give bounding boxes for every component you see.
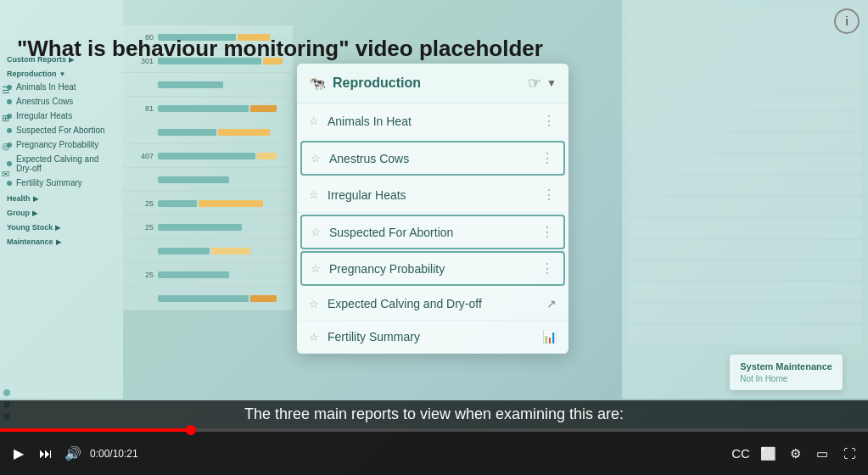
dropdown-item-animals-in-heat[interactable]: ☆ Animals In Heat ⋮ xyxy=(297,103,568,139)
system-maintenance-title: System Maintenance xyxy=(740,361,832,372)
system-maintenance-box: System Maintenance Not In Home xyxy=(730,355,843,390)
chart-icon: ↗ xyxy=(546,297,557,310)
bar-segment xyxy=(158,271,229,278)
sidebar-item-pregnancy-probability[interactable]: Pregnancy Probability xyxy=(0,137,123,152)
star-icon: ☆ xyxy=(311,262,321,275)
bar-segment xyxy=(158,200,197,207)
bar-container xyxy=(158,200,288,207)
bar-segment xyxy=(211,248,250,254)
arrow-icon: ▶ xyxy=(55,224,60,232)
video-controls[interactable]: ▶ ⏭ 🔊 0:00/10:21 CC ⬜ ⚙ ▭ ⛶ xyxy=(0,428,868,475)
table-row xyxy=(123,239,293,263)
arrow-icon: ▶ xyxy=(56,238,61,246)
skip-button[interactable]: ⏭ xyxy=(36,444,56,464)
more-options-icon[interactable]: ⋮ xyxy=(540,224,555,240)
left-nav-icons: ☰ ⊞ ◎ ✉ xyxy=(0,85,15,180)
sidebar-section-health[interactable]: Health ▶ xyxy=(0,190,123,204)
bar-container xyxy=(158,81,288,88)
bar-segment xyxy=(250,105,277,112)
bar-segment xyxy=(158,176,229,183)
right-row xyxy=(629,176,861,195)
star-icon: ☆ xyxy=(309,115,319,127)
controls-row: ▶ ⏭ 🔊 0:00/10:21 CC ⬜ ⚙ ▭ ⛶ xyxy=(0,432,868,475)
table-row xyxy=(123,73,293,97)
sidebar-item-irregular-heats[interactable]: Irregular Heats xyxy=(0,109,123,123)
bar-segment xyxy=(158,248,210,254)
right-row xyxy=(629,198,861,216)
nav-icon-4[interactable]: ✉ xyxy=(2,169,15,180)
star-icon: ☆ xyxy=(309,331,319,344)
sidebar-item-anestrus-cows[interactable]: Anestrus Cows xyxy=(0,94,123,109)
sidebar-section-young-stock[interactable]: Young Stock ▶ xyxy=(0,219,123,233)
bar-segment xyxy=(158,129,216,136)
sidebar-section-maintenance[interactable]: Maintenance ▶ xyxy=(0,233,123,248)
bar-segment xyxy=(158,105,249,112)
bar-segment xyxy=(218,129,270,136)
star-icon: ☆ xyxy=(311,226,321,238)
table-row: 407 xyxy=(123,144,293,168)
more-options-icon[interactable]: ⋮ xyxy=(540,150,555,166)
dropdown-item-irregular-heats[interactable]: ☆ Irregular Heats ⋮ xyxy=(297,177,568,213)
sidebar-item-fertility-summary[interactable]: Fertility Summary xyxy=(0,176,123,190)
bar-segment xyxy=(250,295,277,302)
dropdown-item-expected-calving[interactable]: ☆ Expected Calving and Dry-off ↗ xyxy=(297,288,568,321)
progress-bar[interactable] xyxy=(0,428,868,432)
cc-button[interactable]: CC xyxy=(731,444,751,464)
dropdown-title: Reproduction xyxy=(333,75,528,91)
right-row xyxy=(629,240,861,259)
bar-container xyxy=(158,153,288,159)
dropdown-item-suspected-abortion[interactable]: ☆ Suspected For Abortion ⋮ xyxy=(300,215,565,249)
arrow-icon: ▼ xyxy=(59,70,66,78)
nav-icon-1[interactable]: ☰ xyxy=(2,85,15,96)
bar-segment xyxy=(158,153,255,159)
dropdown-item-anestrus-cows[interactable]: ☆ Anestrus Cows ⋮ xyxy=(300,141,565,176)
sidebar-item-suspected-abortion[interactable]: Suspected For Abortion xyxy=(0,123,123,137)
table-row: 25 xyxy=(123,215,293,239)
table-row: 81 xyxy=(123,97,293,120)
sidebar-section-reproduction[interactable]: Reproduction ▼ xyxy=(0,65,123,80)
fullscreen-button[interactable]: ⛶ xyxy=(839,444,860,464)
right-row xyxy=(629,261,861,280)
bar-container xyxy=(158,295,288,302)
chevron-down-icon: ▼ xyxy=(546,77,557,89)
settings-button[interactable]: ⚙ xyxy=(785,444,805,464)
miniplayer-button[interactable]: ⬜ xyxy=(758,444,778,464)
right-row xyxy=(629,219,861,238)
sidebar-item-expected-calving[interactable]: Expected Calving and Dry-off xyxy=(0,152,123,176)
sidebar-item-animals-in-heat[interactable]: Animals In Heat xyxy=(0,80,123,94)
bar-chart-icon: 📊 xyxy=(542,330,557,344)
more-options-icon[interactable]: ⋮ xyxy=(540,260,555,277)
star-icon: ☆ xyxy=(311,152,321,165)
subtitle-text: The three main reports to view when exam… xyxy=(244,405,624,422)
right-row xyxy=(629,304,861,322)
bar-segment xyxy=(158,81,223,88)
sidebar-section-group[interactable]: Group ▶ xyxy=(0,204,123,219)
theater-button[interactable]: ▭ xyxy=(812,444,832,464)
right-panel xyxy=(622,0,868,399)
system-maintenance-status: Not In Home xyxy=(740,374,832,383)
nav-icon-2[interactable]: ⊞ xyxy=(2,113,15,124)
arrow-icon: ▶ xyxy=(33,195,38,203)
table-row: 25 xyxy=(123,263,293,287)
dropdown-item-pregnancy-probability[interactable]: ☆ Pregnancy Probability ⋮ xyxy=(300,251,565,286)
dropdown-item-fertility-summary[interactable]: ☆ Fertility Summary 📊 xyxy=(297,321,568,354)
subtitle-bar: The three main reports to view when exam… xyxy=(0,400,868,428)
right-row xyxy=(629,49,861,68)
table-row: 25 xyxy=(123,192,293,215)
progress-bar-thumb[interactable] xyxy=(186,425,196,435)
table-row xyxy=(123,120,293,144)
table-row xyxy=(123,168,293,192)
bar-segment xyxy=(158,224,242,231)
volume-button[interactable]: 🔊 xyxy=(63,444,83,464)
more-options-icon[interactable]: ⋮ xyxy=(542,113,557,129)
play-button[interactable]: ▶ xyxy=(8,444,29,464)
nav-icon-3[interactable]: ◎ xyxy=(2,141,15,152)
table-row xyxy=(123,287,293,310)
dropdown-header[interactable]: 🐄 Reproduction ☞ ▼ xyxy=(297,64,568,103)
bar-container xyxy=(158,271,288,278)
info-button[interactable]: i xyxy=(834,8,860,34)
dropdown-panel: 🐄 Reproduction ☞ ▼ ☆ Animals In Heat ⋮ ☆… xyxy=(297,64,568,354)
right-row xyxy=(629,155,861,174)
bar-container xyxy=(158,248,288,254)
more-options-icon[interactable]: ⋮ xyxy=(542,187,557,203)
